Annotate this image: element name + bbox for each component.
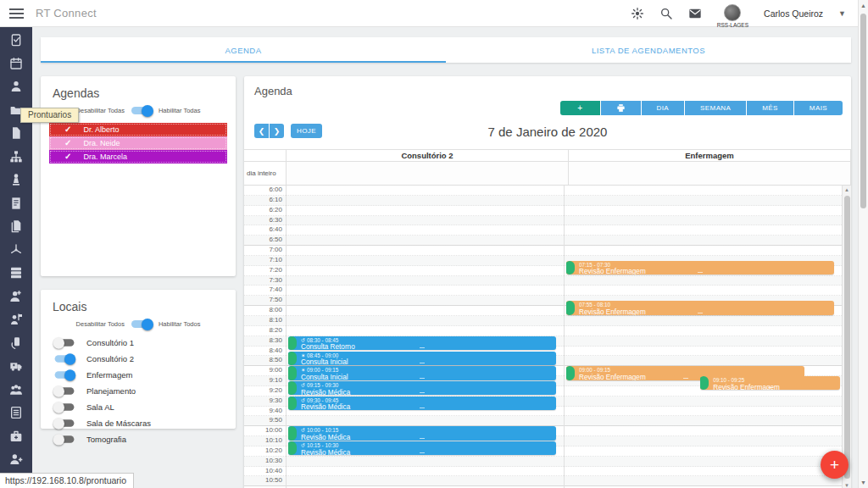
sidebar-file-copy-icon[interactable] [9, 219, 23, 233]
sidebar-tasks-icon[interactable] [9, 33, 23, 47]
time-slot[interactable] [565, 436, 842, 446]
chevron-down-icon[interactable]: ▼ [838, 9, 846, 18]
event-resize-handle[interactable] [683, 378, 688, 380]
time-slot[interactable] [565, 196, 842, 206]
time-slot[interactable] [287, 236, 564, 246]
time-slot[interactable] [565, 476, 842, 486]
time-slot[interactable] [565, 426, 842, 436]
event-consulta-retorno[interactable]: ↺ 08:30 - 08:45Consulta Retorno [288, 336, 556, 350]
time-slot[interactable] [287, 246, 564, 256]
sidebar-document-icon[interactable] [9, 197, 23, 210]
time-slot[interactable] [565, 246, 842, 256]
sidebar-pawn-icon[interactable] [9, 173, 23, 186]
sidebar-calendar-icon[interactable] [9, 57, 23, 70]
event-resize-handle[interactable] [420, 408, 425, 410]
event-revis-o-m-dica[interactable]: ↺ 09:15 - 09:30Revisão Médica [288, 381, 556, 395]
time-slot[interactable] [287, 225, 564, 236]
time-slot[interactable] [565, 336, 842, 347]
all-day-cell-enfermagem[interactable] [569, 162, 851, 185]
event-revis-o-enfermagem[interactable]: 07:55 - 08:10Revisão Enfermagem [566, 301, 834, 314]
time-slot[interactable] [565, 206, 842, 216]
sidebar-briefcase-medical-icon[interactable] [9, 430, 23, 443]
local-toggle[interactable] [55, 387, 75, 395]
event-revis-o-m-dica[interactable]: ↺ 10:15 - 10:30Revisão Médica [288, 441, 556, 455]
event-resize-handle[interactable] [698, 313, 703, 315]
calendar-scrollbar[interactable]: ▲ ▼ [843, 186, 851, 488]
sidebar-radiation-icon[interactable] [9, 243, 23, 257]
time-slot[interactable] [565, 276, 842, 286]
time-slot[interactable] [565, 416, 842, 426]
sidebar-sitemap-icon[interactable] [9, 150, 23, 164]
time-slot[interactable] [287, 206, 564, 216]
time-slot[interactable] [565, 326, 842, 336]
agenda-item[interactable]: ✓Dra. Neide [49, 136, 227, 150]
time-slot[interactable] [565, 216, 842, 226]
sidebar-user-flag-icon[interactable] [9, 313, 23, 326]
sidebar-list-alt-icon[interactable] [9, 406, 23, 419]
view-semana-button[interactable]: SEMANA [685, 101, 746, 115]
sidebar-phone-hand-icon[interactable] [9, 336, 23, 350]
lane-consultorio-2[interactable]: ↺ 08:30 - 08:45Consulta Retorno✶ 08:45 -… [287, 186, 565, 488]
agenda-item[interactable]: ✓Dra. Marcela [49, 150, 227, 164]
time-slot[interactable] [565, 457, 842, 467]
local-toggle[interactable] [55, 355, 75, 363]
add-appointment-fab[interactable]: + [821, 451, 849, 479]
time-slot[interactable] [565, 407, 842, 417]
event-resize-handle[interactable] [420, 347, 425, 350]
sidebar-server-icon[interactable] [9, 266, 23, 280]
calendar-scrollbar-thumb[interactable] [844, 196, 850, 479]
time-slot[interactable] [565, 225, 842, 236]
browser-scroll-down-icon[interactable]: ▼ [859, 480, 868, 485]
locais-master-toggle[interactable] [131, 320, 152, 328]
search-icon[interactable] [659, 7, 673, 20]
view-mais-button[interactable]: MAIS [794, 101, 843, 115]
time-slot[interactable] [565, 316, 842, 326]
time-slot[interactable] [287, 316, 564, 326]
time-slot[interactable] [287, 326, 564, 336]
time-slot[interactable] [287, 256, 564, 266]
event-consulta-inicial[interactable]: ✶ 09:00 - 09:15Consulta Inicial [288, 366, 556, 380]
time-slot[interactable] [565, 186, 842, 196]
time-slot[interactable] [565, 396, 842, 407]
time-slot[interactable] [287, 306, 564, 316]
add-event-button[interactable]: + [560, 101, 599, 115]
event-resize-handle[interactable] [420, 452, 425, 455]
calendar-scroll-up-icon[interactable]: ▲ [843, 187, 851, 192]
calendar-scroll-down-icon[interactable]: ▼ [843, 483, 851, 488]
print-button[interactable] [601, 101, 641, 115]
time-slot[interactable] [565, 286, 842, 296]
event-revis-o-enfermagem[interactable]: 07:15 - 07:30Revisão Enfermagem [566, 261, 834, 274]
view-dia-button[interactable]: DIA [642, 101, 685, 115]
event-consulta-inicial[interactable]: ✶ 08:45 - 09:00Consulta Inicial [288, 352, 556, 365]
sidebar-ambulance-icon[interactable] [9, 359, 23, 373]
tab-lista-de-agendamentos[interactable]: LISTA DE AGENDAMENTOS [446, 37, 851, 63]
local-toggle[interactable] [55, 435, 75, 443]
event-revis-o-enfermagem[interactable]: 09:10 - 09:25Revisão Enfermagem [700, 376, 840, 390]
agenda-item[interactable]: ✓Dr. Alberto [49, 123, 227, 136]
tab-agenda[interactable]: AGENDA [41, 37, 446, 63]
time-slot[interactable] [565, 467, 842, 477]
local-toggle[interactable] [55, 419, 75, 427]
all-day-cell-consultorio-2[interactable] [287, 162, 569, 185]
sidebar-prontuario-file-icon[interactable] [9, 126, 23, 140]
settings-icon[interactable] [631, 7, 644, 20]
local-toggle[interactable] [55, 371, 75, 379]
time-slot[interactable] [287, 196, 564, 206]
time-slot[interactable] [287, 266, 564, 276]
sidebar-user-plus-icon[interactable] [9, 452, 23, 466]
event-resize-handle[interactable] [768, 387, 773, 390]
event-resize-handle[interactable] [420, 438, 425, 441]
browser-scrollbar-thumb[interactable] [860, 14, 866, 208]
sidebar-doctor-icon[interactable] [9, 290, 23, 303]
time-slot[interactable] [287, 476, 564, 486]
lane-enfermagem[interactable]: 07:15 - 07:30Revisão Enfermagem07:55 - 0… [565, 186, 843, 488]
view-mes-button[interactable]: MÊS [747, 101, 793, 115]
event-resize-handle[interactable] [420, 363, 425, 365]
user-avatar[interactable]: RSS-LAGES [717, 4, 748, 28]
time-slot[interactable] [565, 347, 842, 357]
time-slot[interactable] [565, 356, 842, 366]
time-slot[interactable] [287, 457, 564, 467]
local-toggle[interactable] [55, 339, 75, 347]
time-slot[interactable] [287, 416, 564, 426]
time-slot[interactable] [287, 186, 564, 196]
